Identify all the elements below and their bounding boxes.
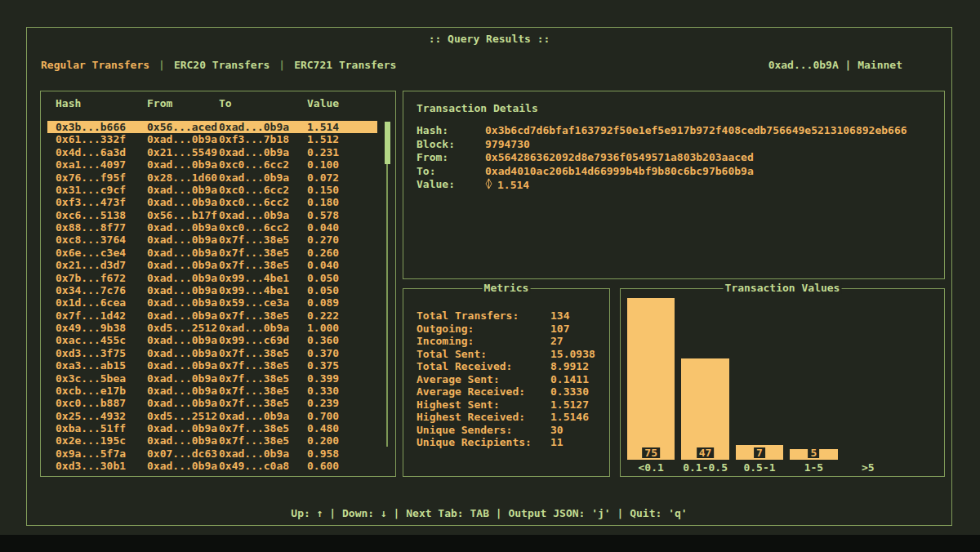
cell-to: 0x7f...38e5 <box>219 397 307 409</box>
cell-to: 0xf3...7b18 <box>219 133 307 145</box>
cell-hash: 0xba...51ff <box>56 422 147 434</box>
tab-bar-tabs: Regular Transfers|ERC20 Transfers|ERC721… <box>41 59 396 71</box>
metrics-rows: Total Transfers:134Outgoing:107Incoming:… <box>416 309 604 449</box>
table-row[interactable]: 0x7b...f6720xad...0b9a0x99...4be10.050 <box>47 272 377 284</box>
cell-from: 0xad...0b9a <box>147 133 219 145</box>
metric-value: 0.1411 <box>550 373 604 386</box>
metric-row: Total Transfers:134 <box>416 309 604 323</box>
cell-to: 0x7f...38e5 <box>219 372 307 385</box>
table-row[interactable]: 0x31...c9cf0xad...0b9a0xc0...6cc20.150 <box>47 184 377 196</box>
scrollbar[interactable] <box>385 122 390 448</box>
cell-hash: 0x7f...1d42 <box>56 309 147 322</box>
table-row[interactable]: 0x1d...6cea0xad...0b9a0x59...ce3a0.089 <box>47 296 377 309</box>
table-row[interactable]: 0x21...d3d70xad...0b9a0x7f...38e50.040 <box>47 259 377 271</box>
table-row[interactable]: 0xd3...3f750xad...0b9a0x7f...38e50.370 <box>47 347 377 359</box>
details-field-value: 0xad4010ac206b14d66999b4bf9b80c6bc97b60b… <box>485 165 938 179</box>
table-row[interactable]: 0xc8...37640xad...0b9a0x7f...38e50.270 <box>47 234 377 246</box>
histogram-bars: 754775 <box>624 297 895 460</box>
tab-erc20-transfers[interactable]: ERC20 Transfers <box>174 59 270 71</box>
details-field-row: Value:1.514 <box>416 178 938 194</box>
cell-hash: 0xf3...473f <box>56 196 147 208</box>
cell-from: 0xad...0b9a <box>147 184 219 196</box>
query-results-window: :: Query Results :: Regular Transfers|ER… <box>26 27 952 526</box>
cell-to: 0xc0...6cc2 <box>219 196 307 208</box>
cell-value: 0.200 <box>307 434 377 447</box>
cell-from: 0xad...0b9a <box>147 397 219 409</box>
table-row[interactable]: 0xba...51ff0xad...0b9a0x7f...38e50.480 <box>47 422 377 434</box>
histogram-slot: 7 <box>733 297 786 460</box>
details-field-value: 9794730 <box>485 138 938 152</box>
cell-to: 0xad...0b9a <box>219 447 307 460</box>
scrollbar-thumb[interactable] <box>385 122 390 164</box>
table-row[interactable]: 0xd3...30b10xad...0b9a0x49...c0a80.600 <box>47 460 377 472</box>
metric-value: 0.3330 <box>550 385 604 398</box>
cell-from: 0xad...0b9a <box>147 234 219 246</box>
scrollbar-track[interactable] <box>386 122 388 447</box>
metric-row: Average Sent:0.1411 <box>416 373 604 386</box>
details-field-text: 9794730 <box>485 138 530 152</box>
cell-value: 1.514 <box>307 121 377 133</box>
cell-value: 0.050 <box>307 272 377 284</box>
table-row[interactable]: 0xac...455c0xad...0b9a0x99...c69d0.360 <box>47 334 377 346</box>
metric-value: 30 <box>550 424 604 437</box>
cell-hash: 0xc8...3764 <box>56 234 147 246</box>
table-row[interactable]: 0xf3...473f0xad...0b9a0xc0...6cc20.180 <box>47 196 377 208</box>
details-field-row: Block:9794730 <box>416 138 938 152</box>
cell-from: 0xd5...2512 <box>147 410 219 422</box>
cell-from: 0xad...0b9a <box>147 221 219 234</box>
table-row[interactable]: 0x49...9b380xd5...25120xad...0b9a1.000 <box>47 322 377 334</box>
cell-value: 0.958 <box>307 447 377 460</box>
account-network-label: 0xad...0b9A | Mainnet <box>768 59 902 71</box>
table-row[interactable]: 0x2e...195c0xad...0b9a0x7f...38e50.200 <box>47 434 377 447</box>
cell-value: 0.370 <box>307 347 377 359</box>
cell-value: 0.150 <box>307 184 377 196</box>
table-row[interactable]: 0xc0...b8870xad...0b9a0x7f...38e50.239 <box>47 397 377 409</box>
cell-hash: 0x49...9b38 <box>56 322 147 334</box>
tab-bar: Regular Transfers|ERC20 Transfers|ERC721… <box>41 59 902 71</box>
metric-row: Unique Senders:30 <box>416 424 604 437</box>
cell-hash: 0x4d...6a3d <box>56 146 147 158</box>
tab-erc721-transfers[interactable]: ERC721 Transfers <box>294 59 396 71</box>
table-row[interactable]: 0x88...8f770xad...0b9a0xc0...6cc20.040 <box>47 221 377 234</box>
cell-hash: 0x88...8f77 <box>56 221 147 234</box>
histogram-slot: 5 <box>786 297 840 460</box>
cell-value: 1.000 <box>307 322 377 334</box>
transaction-values-chart-panel: Transaction Values 754775 <0.10.1-0.50.5… <box>620 288 945 477</box>
metric-label: Average Sent: <box>416 373 550 386</box>
table-row[interactable]: 0x4d...6a3d0x21...55490xad...0b9a0.231 <box>47 146 377 158</box>
table-row[interactable]: 0x76...f95f0x28...1d600xad...0b9a0.072 <box>47 171 377 184</box>
table-row[interactable]: 0xa1...40970xad...0b9a0xc0...6cc20.100 <box>47 158 377 171</box>
details-field-text: 1.514 <box>497 179 529 193</box>
table-row[interactable]: 0x3c...5bea0xad...0b9a0x7f...38e50.399 <box>47 372 377 385</box>
cell-to: 0x7f...38e5 <box>219 309 307 322</box>
details-field-label: Hash: <box>416 124 485 138</box>
table-header-row: HashFromToValue <box>41 97 395 109</box>
cell-to: 0xc0...6cc2 <box>219 184 307 196</box>
table-row[interactable]: 0xc6...51380x56...b17f0xad...0b9a0.578 <box>47 209 377 221</box>
cell-value: 0.072 <box>307 171 377 184</box>
cell-hash: 0x3c...5bea <box>56 372 147 385</box>
table-row[interactable]: 0x7f...1d420xad...0b9a0x7f...38e50.222 <box>47 309 377 322</box>
metric-value: 107 <box>550 323 604 336</box>
metric-label: Unique Senders: <box>416 424 550 437</box>
table-row[interactable]: 0x6e...c3e40xad...0b9a0x7f...38e50.260 <box>47 247 377 259</box>
metric-row: Outgoing:107 <box>416 323 604 336</box>
cell-value: 0.330 <box>307 385 377 397</box>
cell-from: 0xad...0b9a <box>147 196 219 208</box>
tab-regular-transfers[interactable]: Regular Transfers <box>41 59 149 71</box>
cell-from: 0xad...0b9a <box>147 272 219 284</box>
table-row[interactable]: 0x34...7c760xad...0b9a0x99...4be10.050 <box>47 284 377 296</box>
metric-value: 27 <box>550 335 604 348</box>
metric-row: Total Received:8.9912 <box>416 360 604 373</box>
table-row[interactable]: 0x25...49320xd5...25120xad...0b9a0.700 <box>47 410 377 422</box>
table-row[interactable]: 0xcb...e17b0xad...0b9a0x7f...38e50.330 <box>47 385 377 397</box>
table-row[interactable]: 0x9a...5f7a0x07...dc630xad...0b9a0.958 <box>47 447 377 460</box>
table-row[interactable]: 0xa3...ab150xad...0b9a0x7f...38e50.375 <box>47 359 377 372</box>
cell-value: 0.360 <box>307 334 377 346</box>
table-row[interactable]: 0x61...332f0xad...0b9a0xf3...7b181.512 <box>47 133 377 145</box>
table-row[interactable]: 0x3b...b6660x56...aced0xad...0b9a1.514 <box>47 121 377 133</box>
cell-value: 0.270 <box>307 234 377 246</box>
metrics-panel: Metrics Total Transfers:134Outgoing:107I… <box>403 288 610 477</box>
bar-value-label: 75 <box>642 447 660 458</box>
cell-hash: 0xd3...30b1 <box>56 460 147 472</box>
